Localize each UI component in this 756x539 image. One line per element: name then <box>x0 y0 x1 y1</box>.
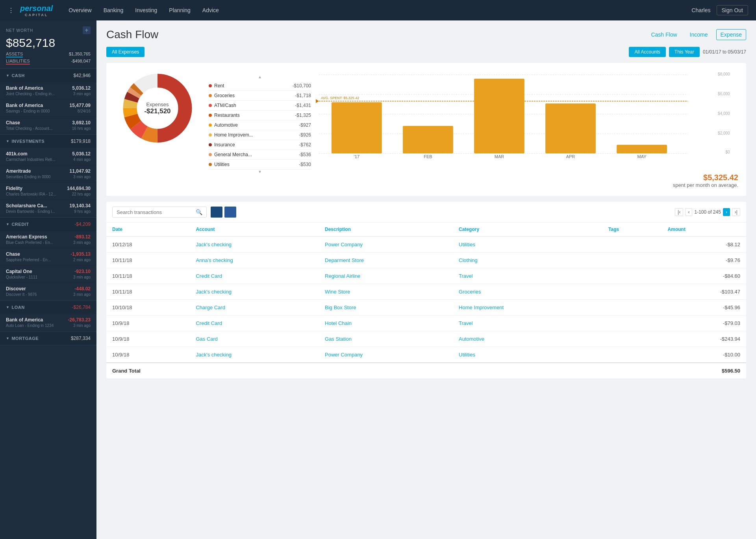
account-time: 2 min ago <box>73 258 91 262</box>
account-sub: Securities Ending in 0000 3 min ago <box>6 175 91 179</box>
account-amount: -1,935.13 <box>70 251 91 257</box>
nav-investing[interactable]: Investing <box>135 6 157 15</box>
account-item[interactable]: Fidelity 144,694.30 Charles Bartowski IR… <box>0 183 96 200</box>
tab-cashflow[interactable]: Cash Flow <box>647 29 681 40</box>
next-page-button[interactable]: › <box>723 208 730 216</box>
account-amount: 15,477.09 <box>70 103 91 108</box>
account-name: Discover -448.02 <box>6 286 91 292</box>
td-date: 10/10/18 <box>106 300 190 316</box>
section-header-investments[interactable]: ▼ INVESTMENTS $179,918 <box>0 135 96 148</box>
search-input[interactable] <box>117 209 193 215</box>
svg-text:MAY: MAY <box>637 154 647 159</box>
chevron-icon: ▼ <box>6 139 9 143</box>
section-total: $287,334 <box>71 336 91 341</box>
td-tags <box>602 331 662 347</box>
account-item[interactable]: American Express -893.12 Blue Cash Prefe… <box>0 231 96 248</box>
tab-income[interactable]: Income <box>686 29 712 40</box>
td-description: Power Company <box>319 236 453 253</box>
nav-signout[interactable]: Sign Out <box>717 5 748 15</box>
legend-dot <box>209 104 212 107</box>
main-content: Cash Flow Cash Flow Income Expense All E… <box>96 20 756 539</box>
account-item[interactable]: Discover -448.02 Discover It - 9876 3 mi… <box>0 283 96 300</box>
section-header-cash[interactable]: ▼ CASH $42,946 <box>0 69 96 82</box>
legend-label: Insurance <box>214 142 235 148</box>
section-header-mortgage[interactable]: ▼ MORTGAGE $287,334 <box>0 332 96 345</box>
account-sub: Quicksilver - 1111 3 min ago <box>6 275 91 279</box>
nav-advice[interactable]: Advice <box>202 6 219 15</box>
svg-text:MAR: MAR <box>495 154 504 159</box>
table-footer: Grand Total $596.50 <box>106 363 746 379</box>
svg-text:APR: APR <box>566 154 575 159</box>
assets-liabilities: ASSETS $1,350,765 LIABILITIES -$498,047 <box>6 52 91 65</box>
td-amount: -$243.94 <box>662 331 746 347</box>
section-header-credit[interactable]: ▼ CREDIT -$4,209 <box>0 218 96 231</box>
donut-label-value: -$21,520 <box>144 107 170 115</box>
account-item[interactable]: 401k.com 5,036.12 Carmichael Industries … <box>0 148 96 165</box>
legend-value: -$926 <box>299 132 311 138</box>
section-credit: ▼ CREDIT -$4,209 American Express -893.1… <box>0 218 96 301</box>
account-item[interactable]: Chase 3,692.10 Total Checking - Account.… <box>0 117 96 134</box>
account-sub: Carmichael Industries Reti... 4 min ago <box>6 157 91 162</box>
legend-label: General Mercha... <box>214 152 252 157</box>
donut-label: Expenses -$21,520 <box>144 102 170 115</box>
table-row[interactable]: 10/10/18 Charge Card Big Box Store Home … <box>106 300 746 316</box>
td-account: Gas Card <box>190 331 319 347</box>
first-page-button[interactable]: |‹ <box>675 208 683 216</box>
table-row[interactable]: 10/11/18 Anna's checking Deparment Store… <box>106 253 746 268</box>
filter-left: All Expenses <box>106 47 145 57</box>
account-time: 4 min ago <box>73 157 91 162</box>
account-name: American Express -893.12 <box>6 234 91 240</box>
nav-planning[interactable]: Planning <box>169 6 191 15</box>
account-amount: -26,783.23 <box>68 317 91 323</box>
all-accounts-button[interactable]: All Accounts <box>629 47 665 57</box>
this-year-button[interactable]: This Year <box>669 47 700 57</box>
bar-chart-container: $8,000 $6,000 $4,000 $2,000 $0 <box>319 71 738 169</box>
account-sub-text: Joint Checking - Ending in... <box>6 92 55 96</box>
prev-page-button[interactable]: ‹ <box>685 208 692 216</box>
chart-area: Expenses -$21,520 ▲ Rent -$10,700 Grocer… <box>106 63 746 196</box>
sidebar-collapse-btn[interactable]: ⋮ <box>8 7 14 14</box>
account-item[interactable]: Scholarshare Ca... 19,140.34 Devin Barto… <box>0 200 96 217</box>
account-item[interactable]: Bank of America 5,036.12 Joint Checking … <box>0 82 96 100</box>
all-expenses-button[interactable]: All Expenses <box>106 47 145 57</box>
account-item[interactable]: Bank of America -26,783.23 Auto Loan - E… <box>0 314 96 331</box>
legend-scroll-down[interactable]: ▼ <box>209 170 311 174</box>
svg-rect-31 <box>545 103 596 153</box>
table-row[interactable]: 10/9/18 Credit Card Hotel Chain Travel -… <box>106 316 746 331</box>
table-row[interactable]: 10/12/18 Jack's checking Power Company U… <box>106 236 746 253</box>
account-amount: 5,036.12 <box>72 85 91 91</box>
legend-value: -$1,431 <box>295 103 311 108</box>
account-item[interactable]: Capital One -923.10 Quicksilver - 1111 3… <box>0 266 96 283</box>
table-row[interactable]: 10/11/18 Jack's checking Wine Store Groc… <box>106 284 746 300</box>
grid-view-button[interactable] <box>224 207 236 218</box>
col-amount: Amount <box>662 223 746 236</box>
table-row[interactable]: 10/11/18 Credit Card Regional Airline Tr… <box>106 268 746 284</box>
svg-text:$2,000: $2,000 <box>718 131 730 135</box>
nav-overview[interactable]: Overview <box>69 6 91 15</box>
account-name: Fidelity 144,694.30 <box>6 186 91 191</box>
grand-total-label: Grand Total <box>106 363 662 379</box>
table-row[interactable]: 10/9/18 Gas Card Gas Station Automotive … <box>106 331 746 347</box>
section-header-loan[interactable]: ▼ LOAN -$26,784 <box>0 301 96 314</box>
legend-dot <box>209 84 212 87</box>
list-view-button[interactable] <box>211 207 222 218</box>
last-page-button[interactable]: ›| <box>732 208 740 216</box>
td-account: Anna's checking <box>190 253 319 268</box>
col-account: Account <box>190 223 319 236</box>
section-mortgage: ▼ MORTGAGE $287,334 <box>0 332 96 345</box>
date-range: 01/01/17 to 05/03/17 <box>703 49 746 55</box>
nav-banking[interactable]: Banking <box>104 6 124 15</box>
account-amount: 5,036.12 <box>72 151 91 157</box>
td-tags <box>602 268 662 284</box>
account-item[interactable]: Ameritrade 11,047.92 Securities Ending i… <box>0 165 96 183</box>
account-item[interactable]: Bank of America 15,477.09 Savings - Endi… <box>0 100 96 117</box>
tab-expense[interactable]: Expense <box>716 29 746 40</box>
add-account-button[interactable]: + <box>83 26 91 34</box>
search-box[interactable]: 🔍 <box>112 207 207 218</box>
td-category: Utilities <box>453 236 602 253</box>
account-item[interactable]: Chase -1,935.13 Sapphire Preferred - En.… <box>0 248 96 266</box>
nav-user[interactable]: Charles <box>691 7 710 13</box>
table-row[interactable]: 10/9/18 Jack's checking Power Company Ut… <box>106 347 746 363</box>
account-time: 22 hrs ago <box>72 192 91 196</box>
legend-scroll-up[interactable]: ▲ <box>209 75 311 79</box>
